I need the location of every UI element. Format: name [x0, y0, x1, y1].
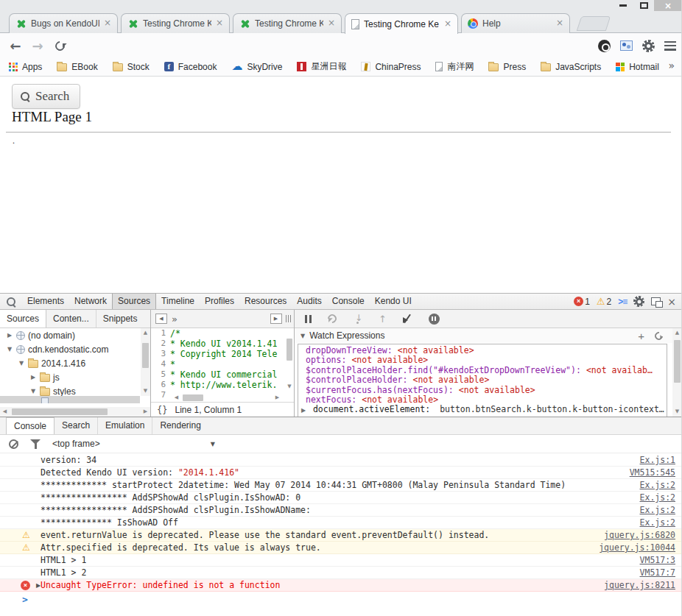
bookmark-sinchew[interactable]: 星洲日報: [297, 60, 346, 73]
browser-tab-4-active[interactable]: Testing Chrome Ke: [345, 13, 458, 34]
error-count-badge[interactable]: 1: [574, 297, 590, 307]
maximize-button[interactable]: [633, 0, 654, 11]
step-over-icon[interactable]: [353, 314, 362, 324]
watch-expression-row[interactable]: $controlPlaceHolder.find("#kendoExtDropD…: [298, 366, 667, 375]
browser-tab-1[interactable]: Bugs on KendoUI V: [9, 13, 118, 33]
devtools-tab-timeline[interactable]: Timeline: [156, 294, 200, 309]
console-source-link[interactable]: Ex.js:1: [640, 455, 682, 465]
tree-item-cdn-kendostatic[interactable]: cdn.kendostatic.com: [0, 342, 150, 356]
step-into-icon[interactable]: [379, 314, 387, 325]
devtools-tab-console[interactable]: Console: [327, 294, 370, 309]
watch-expression-object-row[interactable]: document.activeElement: button.btnSearch…: [298, 405, 667, 414]
console-prompt[interactable]: >: [0, 592, 682, 606]
tree-item-version-folder[interactable]: 2014.1.416: [0, 356, 150, 370]
devtools-tab-elements[interactable]: Elements: [22, 294, 69, 309]
show-panel-icon[interactable]: [270, 314, 282, 324]
scroll-down-arrow-icon[interactable]: ▼: [672, 407, 682, 417]
bookmark-nanyang[interactable]: 南洋网: [435, 60, 474, 73]
bookmark-ebook[interactable]: EBook: [57, 62, 97, 72]
scrollbar-thumb[interactable]: [183, 394, 203, 401]
new-tab-button[interactable]: [577, 16, 611, 31]
bookmark-apps[interactable]: Apps: [9, 62, 42, 72]
devtools-tab-audits[interactable]: Audits: [292, 294, 326, 309]
section-expanded-arrow-icon[interactable]: [300, 333, 305, 339]
scrollbar-thumb[interactable]: [12, 408, 108, 415]
frame-selector[interactable]: <top frame>: [52, 439, 215, 449]
resume-script-icon[interactable]: [326, 313, 339, 325]
forward-button[interactable]: [28, 36, 47, 55]
watch-expressions-header[interactable]: Watch Expressions: [295, 328, 682, 343]
settings-gear-icon[interactable]: [642, 40, 655, 52]
console-source-link[interactable]: Ex.js:2: [640, 480, 682, 490]
editor-vertical-scrollbar[interactable]: ▼: [285, 328, 294, 402]
drawer-tab-search[interactable]: Search: [55, 417, 98, 434]
expand-object-arrow-icon[interactable]: [300, 406, 307, 415]
devtools-settings-gear-icon[interactable]: [633, 296, 644, 307]
refresh-watch-expressions-icon[interactable]: [653, 330, 664, 341]
tree-item-no-domain[interactable]: (no domain): [0, 328, 150, 342]
tree-horizontal-scrollbar[interactable]: ◀ ▶: [0, 407, 150, 417]
back-button[interactable]: [6, 36, 25, 55]
console-source-link[interactable]: VM517:3: [640, 555, 682, 565]
dock-window-icon[interactable]: [651, 297, 661, 305]
extension-window-icon[interactable]: [620, 40, 633, 51]
tab-close-icon[interactable]: [102, 18, 113, 29]
scrollbar-thumb[interactable]: [286, 339, 292, 361]
devtools-tab-kendoui[interactable]: Kendo UI: [370, 294, 417, 309]
tab-close-icon[interactable]: [214, 18, 225, 29]
drawer-tab-console[interactable]: Console: [6, 417, 55, 434]
scroll-left-arrow-icon[interactable]: ◀: [0, 407, 10, 417]
browser-tab-3[interactable]: Testing Chrome Ke: [233, 13, 342, 33]
watch-expression-row[interactable]: $controlPlaceHolder:<not available>: [298, 375, 667, 385]
minimize-button[interactable]: [613, 0, 633, 11]
console-source-link[interactable]: VM517:7: [640, 567, 682, 578]
scroll-down-arrow-icon[interactable]: ▼: [141, 386, 150, 396]
console-source-link[interactable]: Ex.js:2: [640, 492, 682, 503]
pause-on-exceptions-icon[interactable]: [429, 314, 440, 325]
tree-expanded-arrow-icon[interactable]: [6, 346, 13, 353]
tree-expanded-arrow-icon[interactable]: [29, 388, 37, 394]
bookmark-hotmail[interactable]: Hotmail: [616, 62, 659, 72]
tab-close-icon[interactable]: [443, 19, 453, 29]
add-watch-expression-icon[interactable]: [638, 330, 644, 342]
reload-button[interactable]: [50, 36, 69, 55]
tab-close-icon[interactable]: [326, 18, 337, 29]
close-window-button[interactable]: ×: [654, 0, 682, 11]
console-source-link[interactable]: jquery.js:6820: [604, 530, 682, 540]
tree-collapsed-arrow-icon[interactable]: [29, 374, 37, 380]
browser-tab-5[interactable]: Help: [461, 13, 570, 33]
drawer-tab-rendering[interactable]: Rendering: [152, 417, 208, 434]
tree-expanded-arrow-icon[interactable]: [18, 360, 25, 367]
watch-expression-row[interactable]: options:<not available>: [298, 355, 667, 365]
console-source-link[interactable]: Ex.js:2: [640, 517, 682, 528]
devtools-close-icon[interactable]: [667, 296, 676, 308]
editor-views-icon[interactable]: [286, 315, 292, 322]
devtools-tab-sources[interactable]: Sources: [112, 294, 156, 309]
navigator-tab-snippets[interactable]: Snippets: [96, 310, 144, 328]
code-editor[interactable]: 1/* 2* Kendo UI v2014.1.41 3* Copyright …: [151, 328, 294, 402]
devtools-tab-profiles[interactable]: Profiles: [200, 294, 239, 309]
bookmark-javascripts[interactable]: JavaScripts: [541, 62, 601, 72]
tab-overflow-chevron-icon[interactable]: [172, 314, 177, 325]
bookmark-stock[interactable]: Stock: [113, 62, 150, 72]
bookmarks-overflow-chevron-icon[interactable]: [668, 60, 675, 71]
search-button[interactable]: Search: [12, 84, 80, 109]
clear-console-icon[interactable]: [9, 439, 18, 449]
console-source-link[interactable]: jquery.js:8211: [604, 580, 682, 590]
console-source-link[interactable]: jquery.js:10044: [599, 542, 682, 553]
extension-dark-gear-icon[interactable]: [598, 40, 611, 52]
navigator-tab-content-scripts[interactable]: Conten...: [46, 310, 96, 328]
deactivate-breakpoints-icon[interactable]: [403, 314, 412, 324]
watch-expression-row[interactable]: dropDownTreeView:<not available>: [298, 346, 667, 355]
tree-selected-file-partial[interactable]: [0, 396, 140, 403]
bookmark-skydrive[interactable]: SkyDrive: [231, 62, 282, 72]
bookmark-facebook[interactable]: Facebook: [164, 62, 217, 72]
console-drawer-toggle-icon[interactable]: [618, 297, 627, 307]
drawer-tab-emulation[interactable]: Emulation: [98, 417, 152, 434]
devtools-search-icon[interactable]: [6, 297, 16, 307]
filter-icon[interactable]: [30, 439, 41, 449]
devtools-tab-resources[interactable]: Resources: [239, 294, 292, 309]
scroll-up-arrow-icon[interactable]: ▲: [672, 328, 682, 338]
tab-close-icon[interactable]: [555, 18, 565, 29]
tree-vertical-scrollbar[interactable]: ▲ ▼: [141, 328, 150, 396]
